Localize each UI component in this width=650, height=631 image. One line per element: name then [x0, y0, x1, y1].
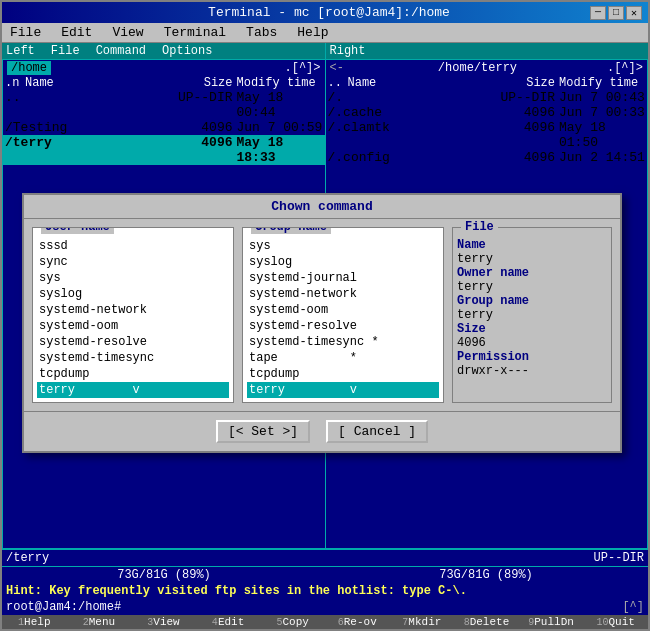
group-tape[interactable]: tape *: [247, 350, 439, 366]
user-sssd[interactable]: sssd: [37, 238, 229, 254]
close-button[interactable]: ✕: [626, 6, 642, 20]
file-group-name-value: terry: [457, 308, 607, 322]
left-col-name: Name: [25, 76, 173, 90]
group-name-list: sys syslog systemd-journal systemd-netwo…: [247, 238, 439, 398]
maximize-button[interactable]: □: [608, 6, 624, 20]
right-panel-path-row: <- /home/terry .[^]>: [326, 60, 648, 76]
user-systemd-network[interactable]: systemd-network: [37, 302, 229, 318]
group-syslog[interactable]: syslog: [247, 254, 439, 270]
left-col-size: Size: [173, 76, 233, 90]
file-perm-value: drwxr-x---: [457, 364, 607, 378]
header-right[interactable]: Right: [330, 44, 366, 58]
modal-buttons: [< Set >] [ Cancel ]: [24, 411, 620, 451]
right-file-cache[interactable]: /.cache 4096 Jun 7 00:33: [326, 105, 648, 120]
mc-top-header: Left File Command Options Right: [2, 43, 648, 59]
group-systemd-journal[interactable]: systemd-journal: [247, 270, 439, 286]
bottom-bar: /terry UP--DIR: [2, 549, 648, 566]
right-panel-path-sep: <-: [330, 61, 348, 75]
right-header: Right: [325, 43, 649, 59]
right-file-config[interactable]: /.config 4096 Jun 2 14:51: [326, 150, 648, 165]
file-size-value: 4096: [457, 336, 607, 350]
fkey-7[interactable]: 7Mkdir: [390, 615, 455, 629]
fkey-4[interactable]: 4Edit: [196, 615, 261, 629]
left-file-testing[interactable]: /Testing 4096 Jun 7 00:59: [3, 120, 325, 135]
user-name-label: User name: [41, 227, 114, 234]
fkey-10[interactable]: 10Quit: [583, 615, 648, 629]
modal-title: Chown command: [24, 195, 620, 219]
fkey-3[interactable]: 3View: [131, 615, 196, 629]
command-line[interactable]: root@Jam4:/home# [^]: [2, 599, 648, 615]
left-file-dotdot[interactable]: .. UP--DIR May 18 00:44: [3, 90, 325, 120]
header-command[interactable]: Command: [96, 44, 146, 58]
fkey-9[interactable]: 9PullDn: [519, 615, 584, 629]
right-status: UP--DIR: [594, 551, 644, 565]
group-tcpdump[interactable]: tcpdump: [247, 366, 439, 382]
fkey-1[interactable]: 1Help: [2, 615, 67, 629]
menu-help[interactable]: Help: [293, 25, 332, 40]
funckeys-bar: 1Help 2Menu 3View 4Edit 5Copy 6Re-ov 7Mk…: [2, 615, 648, 629]
disk-info-bar: 73G/81G (89%) 73G/81G (89%): [2, 566, 648, 583]
fkey-6[interactable]: 6Re-ov: [325, 615, 390, 629]
group-sys[interactable]: sys: [247, 238, 439, 254]
right-file-dot[interactable]: /. UP--DIR Jun 7 00:43: [326, 90, 648, 105]
file-group-label: File: [461, 220, 498, 234]
right-panel-cols: .. Name Size Modify time: [326, 76, 648, 90]
set-button[interactable]: [< Set >]: [216, 420, 310, 443]
right-col-dot: ..: [328, 76, 348, 90]
user-tcpdump[interactable]: tcpdump: [37, 366, 229, 382]
menu-edit[interactable]: Edit: [57, 25, 96, 40]
group-systemd-oom[interactable]: systemd-oom: [247, 302, 439, 318]
header-left[interactable]: Left: [6, 44, 35, 58]
group-systemd-timesync[interactable]: systemd-timesync *: [247, 334, 439, 350]
user-systemd-resolve[interactable]: systemd-resolve: [37, 334, 229, 350]
right-file-clamtk[interactable]: /.clamtk 4096 May 18 01:50: [326, 120, 648, 150]
left-header: Left File Command Options: [2, 43, 325, 59]
left-file-terry[interactable]: /terry 4096 May 18 18:33: [3, 135, 325, 165]
group-systemd-resolve[interactable]: systemd-resolve: [247, 318, 439, 334]
chown-modal: Chown command User name sssd sync sys sy…: [22, 193, 622, 453]
file-owner-label: Owner name: [457, 266, 607, 280]
fkey-5[interactable]: 5Copy: [260, 615, 325, 629]
modal-body: User name sssd sync sys syslog systemd-n…: [24, 219, 620, 411]
group-name-label: Group name: [251, 227, 331, 234]
hint-text: Hint: Key frequently visited ftp sites i…: [6, 584, 467, 598]
group-systemd-network[interactable]: systemd-network: [247, 286, 439, 302]
mc-container: Left File Command Options Right /home .[…: [2, 43, 648, 629]
left-panel-regex: .[^]>: [284, 61, 320, 75]
header-file[interactable]: File: [51, 44, 80, 58]
fkey-8[interactable]: 8Delete: [454, 615, 519, 629]
window-controls: ─ □ ✕: [590, 6, 642, 20]
title-bar: Terminal - mc [root@Jam4]:/home ─ □ ✕: [2, 2, 648, 23]
group-terry[interactable]: terry v: [247, 382, 439, 398]
disk-right: 73G/81G (89%): [439, 568, 533, 582]
fkey-2[interactable]: 2Menu: [67, 615, 132, 629]
right-col-name: Name: [348, 76, 496, 90]
user-terry[interactable]: terry v: [37, 382, 229, 398]
file-name-label: Name: [457, 238, 607, 252]
menu-file[interactable]: File: [6, 25, 45, 40]
menu-tabs[interactable]: Tabs: [242, 25, 281, 40]
left-panel-path-label: /home: [7, 61, 51, 75]
left-col-mod: Modify time: [233, 76, 323, 90]
left-panel-cols: .n Name Size Modify time: [3, 76, 325, 90]
menu-view[interactable]: View: [108, 25, 147, 40]
user-sync[interactable]: sync: [37, 254, 229, 270]
left-current-path: /terry: [6, 551, 49, 565]
file-info-group: File Name terry Owner name terry Group n…: [452, 227, 612, 403]
cancel-button[interactable]: [ Cancel ]: [326, 420, 428, 443]
file-size-label: Size: [457, 322, 607, 336]
file-owner-value: terry: [457, 280, 607, 294]
header-options[interactable]: Options: [162, 44, 212, 58]
user-systemd-timesync[interactable]: systemd-timesync: [37, 350, 229, 366]
right-col-size: Size: [495, 76, 555, 90]
user-syslog[interactable]: syslog: [37, 286, 229, 302]
menu-terminal[interactable]: Terminal: [160, 25, 230, 40]
cmd-prompt: root@Jam4:/home#: [6, 600, 121, 614]
hint-bar: Hint: Key frequently visited ftp sites i…: [2, 583, 648, 599]
user-sys[interactable]: sys: [37, 270, 229, 286]
minimize-button[interactable]: ─: [590, 6, 606, 20]
file-name-value: terry: [457, 252, 607, 266]
user-name-group: User name sssd sync sys syslog systemd-n…: [32, 227, 234, 403]
user-name-list: sssd sync sys syslog systemd-network sys…: [37, 238, 229, 398]
user-systemd-oom[interactable]: systemd-oom: [37, 318, 229, 334]
